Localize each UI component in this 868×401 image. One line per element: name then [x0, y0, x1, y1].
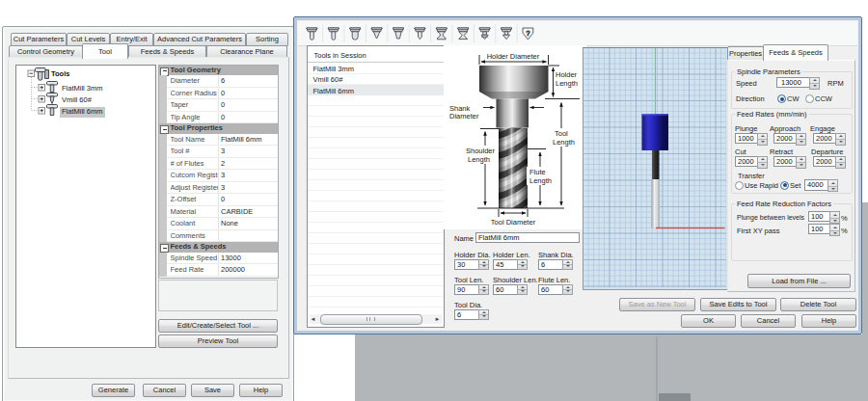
svg-text:Length: Length: [553, 138, 575, 147]
svg-text:Shoulder: Shoulder: [466, 147, 496, 155]
svg-text:Diameter: Diameter: [449, 112, 479, 120]
svg-text:Length: Length: [529, 176, 552, 185]
svg-text:Tool: Tool: [555, 129, 568, 138]
svg-text:Length: Length: [556, 79, 578, 88]
svg-text:Flute: Flute: [529, 168, 546, 176]
svg-text:?: ?: [526, 30, 529, 37]
svg-text:Length: Length: [468, 155, 490, 164]
svg-text:Tool Diameter: Tool Diameter: [491, 218, 536, 227]
svg-text:Holder: Holder: [556, 70, 578, 79]
svg-text:Holder Diameter: Holder Diameter: [487, 52, 540, 61]
